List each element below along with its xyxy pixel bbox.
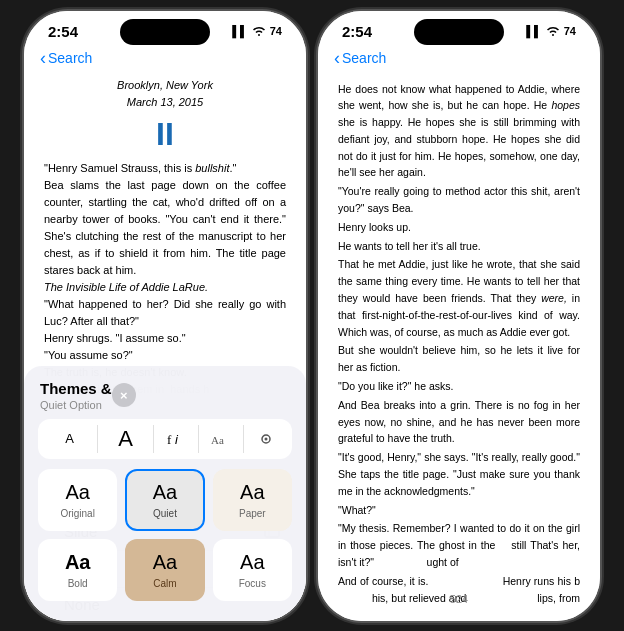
- battery-icon-right: 74: [564, 25, 576, 37]
- theme-paper-label: Paper: [239, 508, 266, 519]
- font-increase-button[interactable]: A: [106, 426, 145, 452]
- theme-original[interactable]: Aa Original: [38, 469, 117, 531]
- right-para-7: And Bea breaks into a grin. There is no …: [338, 397, 580, 447]
- quiet-option-label: Quiet Option: [40, 399, 112, 411]
- book-para-2: The Invisible Life of Addie LaRue.: [44, 279, 286, 296]
- theme-quiet-label: Quiet: [153, 508, 177, 519]
- themes-header: Themes & Quiet Option ×: [24, 380, 306, 419]
- right-para-6: "Do you like it?" he asks.: [338, 378, 580, 395]
- back-label-left: Search: [48, 50, 92, 66]
- font-type-icon[interactable]: Aa: [207, 429, 235, 449]
- right-para-9: "What?": [338, 502, 580, 519]
- theme-original-sample: Aa: [65, 481, 89, 504]
- right-para-1: "You're really going to method actor thi…: [338, 183, 580, 217]
- book-location: Brooklyn, New YorkMarch 13, 2015: [44, 77, 286, 111]
- wifi-icon-left: [252, 25, 266, 38]
- theme-quiet[interactable]: Aa Quiet: [125, 469, 204, 531]
- theme-calm-sample: Aa: [153, 551, 177, 574]
- back-button-left[interactable]: ‹ Search: [40, 48, 92, 69]
- themes-title: Themes &: [40, 380, 112, 397]
- time-right: 2:54: [342, 23, 372, 40]
- phones-container: 2:54 ▌▌ 74 ‹ Search: [24, 11, 600, 621]
- book-para-0: "Henry Samuel Strauss, this is bullshit.…: [44, 160, 286, 177]
- book-para-4: Henry shrugs. "I assume so.": [44, 330, 286, 347]
- font-style-icon[interactable]: fi: [162, 429, 190, 449]
- book-content-left: Brooklyn, New YorkMarch 13, 2015 II "Hen…: [24, 77, 306, 399]
- theme-grid: Aa Original Aa Quiet Aa Paper Aa: [24, 469, 306, 601]
- book-para-3: "What happened to her? Did she really go…: [44, 296, 286, 330]
- font-divider-3: [198, 425, 199, 453]
- chevron-right-icon: ‹: [334, 48, 340, 69]
- dynamic-island-right: [414, 19, 504, 45]
- themes-title-area: Themes & Quiet Option: [40, 380, 112, 411]
- svg-text:i: i: [175, 432, 179, 447]
- nav-bar-left[interactable]: ‹ Search: [24, 44, 306, 77]
- right-phone: 2:54 ▌▌ 74 ‹ Search: [318, 11, 600, 621]
- page-number: 524: [318, 593, 600, 605]
- dynamic-island-left: [120, 19, 210, 45]
- right-para-0: He does not know what happened to Addie,…: [338, 81, 580, 182]
- right-para-5: But she wouldn't believe him, so he lets…: [338, 342, 580, 376]
- font-decrease-button[interactable]: A: [50, 431, 89, 446]
- font-controls: A A fi Aa: [38, 419, 292, 459]
- right-para-3: He wants to tell her it's all true.: [338, 238, 580, 255]
- theme-quiet-sample: Aa: [153, 481, 177, 504]
- book-para-5: "You assume so?": [44, 347, 286, 364]
- theme-paper[interactable]: Aa Paper: [213, 469, 292, 531]
- theme-focus-sample: Aa: [240, 551, 264, 574]
- brightness-icon[interactable]: [252, 429, 280, 449]
- signal-icon-right: ▌▌: [526, 25, 542, 37]
- book-para-1: Bea slams the last page down on the coff…: [44, 177, 286, 279]
- wifi-icon-right: [546, 25, 560, 38]
- theme-calm-label: Calm: [153, 578, 176, 589]
- status-icons-left: ▌▌ 74: [232, 25, 282, 38]
- animation-panel: Slide ✓ Curl None: [24, 500, 306, 621]
- right-screen: 2:54 ▌▌ 74 ‹ Search: [318, 11, 600, 621]
- signal-icon-left: ▌▌: [232, 25, 248, 37]
- svg-point-7: [265, 437, 268, 440]
- back-label-right: Search: [342, 50, 386, 66]
- left-screen: 2:54 ▌▌ 74 ‹ Search: [24, 11, 306, 621]
- theme-focus[interactable]: Aa Focus: [213, 539, 292, 601]
- font-divider-4: [243, 425, 244, 453]
- theme-calm[interactable]: Aa Calm: [125, 539, 204, 601]
- font-divider-1: [97, 425, 98, 453]
- theme-bold[interactable]: Aa Bold: [38, 539, 117, 601]
- svg-text:Aa: Aa: [211, 434, 224, 446]
- status-icons-right: ▌▌ 74: [526, 25, 576, 38]
- themes-close-button[interactable]: ×: [112, 383, 136, 407]
- battery-icon-left: 74: [270, 25, 282, 37]
- time-left: 2:54: [48, 23, 78, 40]
- chapter-number: II: [44, 117, 286, 152]
- theme-bold-label: Bold: [68, 578, 88, 589]
- back-button-right[interactable]: ‹ Search: [334, 48, 386, 69]
- themes-overlay: Themes & Quiet Option × A A fi: [24, 366, 306, 621]
- left-phone: 2:54 ▌▌ 74 ‹ Search: [24, 11, 306, 621]
- font-divider-2: [153, 425, 154, 453]
- right-para-10: "My thesis. Remember? I wanted to do it …: [338, 520, 580, 570]
- book-page-right: He does not know what happened to Addie,…: [318, 77, 600, 607]
- nav-bar-right[interactable]: ‹ Search: [318, 44, 600, 77]
- theme-focus-label: Focus: [239, 578, 266, 589]
- theme-original-label: Original: [60, 508, 94, 519]
- theme-bold-sample: Aa: [65, 551, 91, 574]
- chevron-left-icon: ‹: [40, 48, 46, 69]
- right-para-4: That he met Addie, just like he wrote, t…: [338, 256, 580, 340]
- theme-paper-sample: Aa: [240, 481, 264, 504]
- svg-text:f: f: [167, 432, 172, 447]
- right-para-8: "It's good, Henry," she says. "It's real…: [338, 449, 580, 499]
- right-para-2: Henry looks up.: [338, 219, 580, 236]
